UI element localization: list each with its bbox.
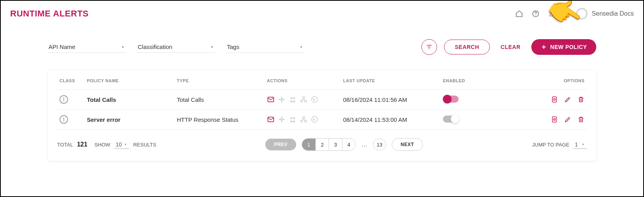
policy-type: Total Calls (173, 90, 263, 110)
svg-point-5 (550, 13, 551, 14)
svg-point-7 (554, 13, 555, 14)
svg-point-2 (550, 11, 551, 12)
page-size-select[interactable]: 10 (114, 141, 130, 149)
chevron-down-icon (121, 45, 125, 49)
svg-rect-14 (279, 99, 282, 100)
edit-icon[interactable] (564, 116, 571, 123)
header-policy-name: POLICY NAME (83, 70, 173, 90)
svg-point-16 (290, 97, 292, 99)
svg-point-23 (554, 99, 556, 101)
svg-rect-22 (552, 97, 557, 102)
new-policy-button[interactable]: NEW POLICY (531, 39, 596, 55)
svg-point-34 (312, 117, 318, 123)
delete-icon[interactable] (577, 96, 585, 103)
filter-icon-button[interactable] (421, 39, 437, 55)
api-name-label: API Name (49, 43, 75, 50)
slack-icon (278, 116, 286, 123)
alert-class-icon: ! (59, 115, 68, 124)
svg-point-17 (293, 97, 295, 99)
svg-point-20 (303, 97, 305, 99)
results-label: RESULTS (133, 142, 156, 148)
jump-to-page-select[interactable]: 1 (573, 141, 587, 149)
last-update: 08/14/2024 11:53:00 AM (339, 110, 439, 130)
page-size-value: 10 (116, 141, 122, 148)
chevron-down-icon (210, 45, 214, 49)
view-icon[interactable] (551, 116, 558, 123)
plus-icon (541, 44, 547, 50)
table-row: ! Server error HTTP Response Status 08/1… (56, 110, 588, 130)
header-type: TYPE (173, 70, 263, 90)
svg-point-30 (293, 117, 295, 119)
svg-point-9 (552, 15, 553, 16)
webhook-icon (300, 116, 308, 123)
header-options: OPTIONS (502, 70, 588, 90)
tags-select[interactable]: Tags (226, 41, 304, 53)
page-4[interactable]: 4 (342, 139, 355, 150)
edit-icon[interactable] (564, 96, 571, 103)
last-update: 08/16/2024 11:01:56 AM (339, 90, 439, 110)
svg-point-4 (554, 11, 555, 12)
svg-point-1 (536, 15, 536, 16)
svg-rect-27 (279, 119, 282, 120)
show-label: SHOW (94, 142, 110, 148)
jump-value: 1 (575, 141, 578, 148)
page-last[interactable]: 13 (373, 139, 386, 150)
page-3[interactable]: 3 (329, 139, 342, 150)
enabled-toggle[interactable] (443, 116, 459, 123)
email-icon (267, 96, 275, 103)
clear-button[interactable]: CLEAR (497, 40, 525, 54)
prev-button: PREV (265, 139, 296, 150)
avatar (576, 8, 588, 20)
slack-icon (278, 96, 286, 103)
header-last-update: LAST UPDATE (339, 70, 439, 90)
divider (566, 8, 567, 19)
user-menu[interactable]: Sensedia Docs (576, 8, 634, 20)
svg-rect-26 (281, 120, 282, 123)
chevron-down-icon (123, 142, 128, 146)
svg-point-21 (312, 97, 318, 103)
svg-rect-15 (282, 99, 285, 100)
teams-icon (289, 96, 297, 103)
apps-icon[interactable] (547, 9, 557, 18)
page-title: RUNTIME ALERTS (10, 9, 89, 19)
classification-select[interactable]: Classification (137, 41, 215, 53)
whatsapp-icon (311, 96, 318, 103)
new-policy-label: NEW POLICY (550, 44, 587, 50)
user-name: Sensedia Docs (592, 10, 634, 17)
svg-point-3 (552, 11, 553, 12)
home-icon[interactable] (514, 9, 524, 18)
page-1[interactable]: 1 (302, 139, 315, 150)
svg-point-6 (552, 13, 553, 14)
delete-icon[interactable] (577, 116, 585, 123)
total-label: TOTAL (57, 142, 73, 148)
tags-label: Tags (227, 43, 239, 50)
view-icon[interactable] (551, 96, 558, 103)
chevron-down-icon (299, 45, 304, 49)
next-button[interactable]: NEXT (392, 138, 423, 151)
policy-name: Total Calls (83, 90, 173, 110)
policy-name: Server error (83, 110, 173, 130)
header-enabled: ENABLED (439, 70, 502, 90)
svg-rect-13 (281, 100, 282, 103)
header-actions: ACTIONS (263, 70, 339, 90)
webhook-icon (300, 96, 308, 103)
page-2[interactable]: 2 (315, 139, 329, 150)
search-button[interactable]: SEARCH (444, 40, 489, 54)
svg-rect-28 (282, 119, 285, 120)
svg-rect-12 (281, 97, 282, 99)
policy-type: HTTP Response Status (173, 110, 263, 130)
page-ellipsis: … (361, 141, 367, 148)
enabled-toggle[interactable] (443, 96, 459, 103)
jump-label: JUMP TO PAGE (532, 142, 569, 148)
help-icon[interactable] (531, 9, 540, 18)
svg-point-33 (303, 117, 305, 119)
whatsapp-icon (311, 116, 318, 123)
svg-point-10 (554, 15, 555, 16)
svg-point-8 (550, 15, 551, 16)
svg-point-29 (290, 117, 292, 119)
table-row: ! Total Calls Total Calls 08/16/2024 11:… (56, 90, 588, 110)
email-icon (267, 116, 275, 123)
api-name-select[interactable]: API Name (48, 41, 126, 53)
teams-icon (289, 116, 297, 123)
svg-rect-35 (552, 117, 557, 122)
